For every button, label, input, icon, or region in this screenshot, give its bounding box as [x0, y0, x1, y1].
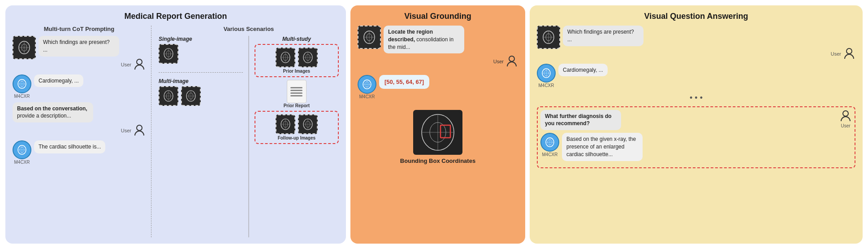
followup-images-box: Follow-up Images	[255, 111, 339, 144]
prior-report-label: Prior Report	[284, 103, 310, 108]
svg-point-76	[846, 48, 852, 54]
prior-xray-1	[276, 48, 295, 67]
vqa-m4cxr-icon-2	[540, 133, 559, 152]
prior-images-row	[258, 48, 335, 67]
vqa-user-label-2: User	[841, 123, 850, 128]
chat-row-1: Which findings are present? ... User	[13, 36, 146, 71]
doc-line-4	[290, 95, 302, 96]
panel-visual-grounding: Visual Grounding Locate the region descr…	[350, 5, 525, 244]
single-image-label: Single-image	[159, 36, 243, 42]
multi-xray-1	[159, 86, 178, 106]
followup-images-row	[258, 114, 335, 134]
vqa-bubble-model-1: Cardiomegaly, ...	[558, 64, 608, 77]
vg-m4cxr-label: M4CXR	[359, 94, 375, 99]
panel-medical-report: Medical Report Generation Multi-turn CoT…	[5, 5, 346, 244]
prior-images-box: Prior Images	[255, 44, 339, 77]
single-image-images	[159, 44, 243, 64]
prior-report-section: Prior Report	[255, 80, 339, 108]
vg-bbox-label: Bounding Box Coordinates	[400, 157, 475, 164]
m4cxr-group-1: M4CXR	[13, 74, 31, 99]
multi-xray-2	[181, 86, 201, 106]
followup-images-label: Follow-up Images	[258, 135, 335, 140]
prior-xray-2	[298, 48, 318, 67]
vg-model-row: M4CXR [50, 55, 64, 67]	[358, 75, 518, 99]
vg-xray-thumb	[358, 26, 381, 49]
vqa-m4cxr-icon-1	[537, 64, 556, 83]
m4cxr-label-1: M4CXR	[14, 94, 30, 99]
mrg-right-subtitle: Various Scenarios	[159, 26, 339, 32]
single-image-section: Single-image	[159, 36, 243, 64]
scenarios-layout: Single-image	[159, 36, 339, 237]
vqa-followup-box: What further diagnosis do you recommend?…	[537, 106, 855, 168]
xray-thumbnail-1	[13, 36, 36, 59]
bubble-model-2: The cardiac silhouette is...	[34, 140, 105, 153]
vg-user-row: Locate the region described, consolidati…	[358, 26, 518, 68]
vg-m4cxr-group: M4CXR	[358, 75, 376, 99]
svg-point-82	[843, 111, 848, 116]
multi-image-section: Multi-image	[159, 78, 243, 106]
user-label-1: User	[121, 62, 131, 67]
scenario-left-col: Single-image	[159, 36, 243, 237]
m4cxr-icon-2	[13, 140, 31, 159]
vqa-bubble-user-1: Which findings are present? ...	[563, 26, 643, 46]
vqa-bubble-user-2: What further diagnosis do you recommend?	[540, 110, 621, 131]
vqa-m4cxr-2: M4CXR	[540, 133, 559, 157]
panel-mrg-title: Medical Report Generation	[13, 12, 339, 21]
vqa-m4cxr-label-1: M4CXR	[538, 83, 554, 88]
user-icon-1	[133, 58, 146, 71]
doc-line-3	[290, 92, 302, 94]
vg-user-label: User	[493, 59, 504, 64]
multi-study-section: Multi-study	[255, 36, 339, 237]
svg-point-13	[137, 125, 142, 131]
bubble-user-1: Which findings are present? ...	[39, 36, 119, 57]
vqa-ellipsis: • • •	[537, 92, 855, 105]
doc-line-2	[290, 90, 302, 91]
scenarios-divider	[248, 36, 249, 237]
m4cxr-label-2: M4CXR	[14, 160, 30, 165]
single-xray-1	[159, 44, 178, 64]
vqa-user-label-1: User	[831, 51, 841, 57]
svg-point-59	[509, 56, 514, 61]
panel-vqa-title: Visual Question Answering	[537, 12, 855, 21]
vg-content: Locate the region described, consolidati…	[358, 26, 518, 237]
followup-xray-2	[298, 114, 318, 134]
bubble-user-2: Based on the conversation, provide a des…	[13, 102, 93, 123]
chat-row-3: Based on the conversation, provide a des…	[13, 102, 146, 137]
m4cxr-icon-1	[13, 74, 31, 93]
chat-row-2: M4CXR Cardiomegaly, ...	[13, 74, 146, 99]
multi-study-label: Multi-study	[255, 36, 339, 42]
prior-report-doc	[287, 80, 307, 103]
vqa-chat-row-2: M4CXR Cardiomegaly, ...	[537, 64, 855, 88]
chat-row-4: M4CXR The cardiac silhouette is...	[13, 140, 146, 165]
prior-images-label: Prior Images	[258, 69, 335, 74]
mrg-left-subtitle: Multi-turn CoT Prompting	[13, 26, 146, 32]
mrg-left-section: Multi-turn CoT Prompting Which find	[13, 26, 151, 237]
vg-answer-bubble: [50, 55, 64, 67]	[379, 75, 429, 89]
vqa-chat-row-model-2: M4CXR Based on the given x-ray, the pres…	[540, 133, 852, 161]
mrg-right-section: Various Scenarios Single-image	[151, 26, 339, 237]
m4cxr-group-2: M4CXR	[13, 140, 31, 165]
multi-image-label: Multi-image	[159, 78, 243, 84]
svg-point-7	[137, 59, 142, 65]
vg-user-bubble: Locate the region described, consolidati…	[384, 26, 464, 53]
vg-user-icon	[505, 55, 518, 68]
vg-bbox-section: Bounding Box Coordinates	[358, 110, 518, 164]
vqa-user-icon-1	[843, 48, 855, 60]
vqa-user-icon-2	[839, 110, 852, 122]
user-label-2: User	[121, 128, 131, 133]
vg-xray-large	[413, 110, 462, 155]
vqa-chat-row-followup: What further diagnosis do you recommend?…	[540, 110, 852, 131]
vqa-m4cxr-1: M4CXR	[537, 64, 556, 88]
followup-xray-1	[276, 114, 295, 134]
vqa-chat-row-1: Which findings are present? ... User	[537, 26, 855, 60]
vg-xray-with-overlay	[413, 110, 462, 155]
vqa-bubble-model-2: Based on the given x-ray, the presence o…	[562, 133, 643, 161]
vg-m4cxr-icon	[358, 75, 376, 94]
multi-image-images	[159, 86, 243, 106]
vqa-m4cxr-label-2: M4CXR	[542, 152, 557, 157]
user-icon-2	[133, 124, 146, 137]
doc-line-1	[290, 87, 302, 88]
bubble-model-1: Cardiomegaly, ...	[34, 74, 83, 87]
vqa-xray-1	[537, 26, 560, 49]
panel-vg-title: Visual Grounding	[358, 12, 518, 21]
